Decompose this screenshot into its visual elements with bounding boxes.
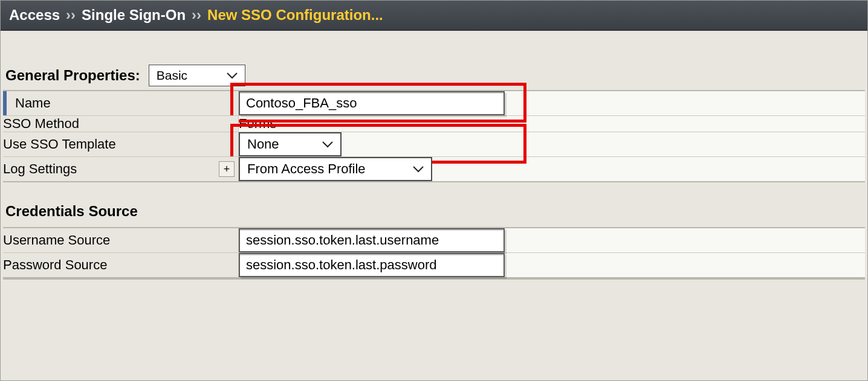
general-mode-select[interactable]: Basic <box>149 65 245 86</box>
credentials-source-header: Credentials Source <box>3 182 865 227</box>
username-source-input[interactable] <box>239 228 505 252</box>
general-properties-header: General Properties: Basic <box>3 65 865 90</box>
row-password-source: Password Source <box>3 252 865 277</box>
breadcrumb-sep-icon: ›› <box>192 7 201 24</box>
log-settings-add-button[interactable]: + <box>219 161 235 177</box>
row-use-sso-template: Use SSO Template None <box>3 132 865 156</box>
breadcrumb-sep-icon: ›› <box>66 7 76 24</box>
sso-method-label: SSO Method <box>3 116 79 131</box>
breadcrumb-current: New SSO Configuration... <box>207 7 383 24</box>
credentials-source-label: Credentials Source <box>5 203 138 219</box>
log-settings-selected: From Access Profile <box>247 161 366 177</box>
use-sso-template-selected: None <box>247 136 279 152</box>
name-input[interactable] <box>239 91 505 115</box>
log-settings-label: Log Settings <box>3 161 77 176</box>
password-source-label: Password Source <box>3 257 107 272</box>
password-source-input[interactable] <box>239 253 505 277</box>
divider <box>3 278 865 286</box>
chevron-down-icon <box>322 141 333 148</box>
breadcrumb: Access ›› Single Sign-On ›› New SSO Conf… <box>1 1 867 31</box>
use-sso-template-select[interactable]: None <box>239 132 342 156</box>
credentials-source-table: Username Source Password Source <box>3 227 865 278</box>
row-name: Name <box>3 91 865 115</box>
use-sso-template-label: Use SSO Template <box>3 136 116 152</box>
general-properties-table: Name SSO Method Forms Use SSO Template <box>3 90 865 182</box>
general-mode-selected: Basic <box>157 68 187 83</box>
chevron-down-icon <box>227 72 238 79</box>
log-settings-select[interactable]: From Access Profile <box>239 157 432 181</box>
row-username-source: Username Source <box>3 228 865 252</box>
sso-method-value: Forms <box>239 116 276 131</box>
chevron-down-icon <box>413 165 424 173</box>
username-source-label: Username Source <box>3 232 110 248</box>
row-log-settings: Log Settings + From Access Profile <box>3 156 865 181</box>
breadcrumb-access[interactable]: Access <box>9 7 60 24</box>
breadcrumb-sso[interactable]: Single Sign-On <box>82 7 186 24</box>
name-label: Name <box>15 95 51 110</box>
general-properties-label: General Properties: <box>5 67 140 84</box>
row-sso-method: SSO Method Forms <box>3 115 865 132</box>
